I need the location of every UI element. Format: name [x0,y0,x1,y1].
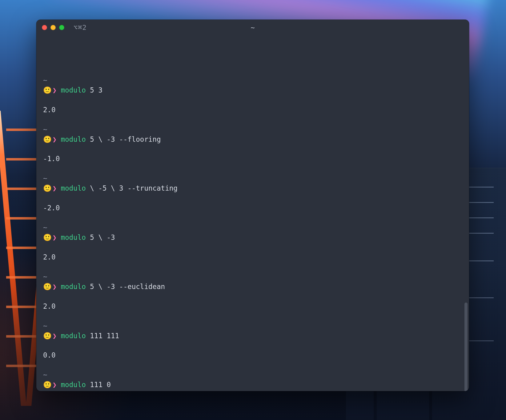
command-args: 5 \ -3 --euclidean [86,283,165,291]
command-args: 5 \ -3 --flooring [86,135,161,143]
output-line: 2.0 [43,106,56,114]
output-line: -1.0 [43,155,60,163]
command-name: modulo [61,86,86,94]
command-name: modulo [61,233,86,241]
output-line: 0.0 [43,351,56,359]
command-block: ~ 🙂❯ modulo 5 3 2.0 [43,76,462,115]
output-line: 2.0 [43,253,56,261]
window-title: ~ [36,24,469,31]
output-line: 2.0 [43,302,56,310]
command-block: ~ 🙂❯ modulo 111 0 Error: Unable to divid… [43,370,462,391]
window-controls [42,25,64,30]
command-args: \ -5 \ 3 --truncating [86,184,178,192]
prompt-chevron-icon: ❯ [52,381,57,389]
scrollbar-thumb[interactable] [464,303,468,391]
prompt-chevron-icon: ❯ [52,135,57,143]
command-name: modulo [61,283,86,291]
close-icon[interactable] [42,25,47,30]
command-block: ~ 🙂❯ modulo 5 \ -3 --euclidean 2.0 [43,272,462,311]
cwd-indicator: ~ [43,174,47,182]
command-name: modulo [61,332,86,340]
prompt-line: 🙂❯ modulo 111 0 [43,380,462,390]
status-face-icon: 🙂 [43,135,52,145]
prompt-chevron-icon: ❯ [52,86,57,94]
prompt-line: 🙂❯ modulo 5 \ -3 [43,233,462,243]
command-args: 5 \ -3 [86,233,115,241]
command-args: 111 0 [86,381,111,389]
prompt-line: 🙂❯ modulo 5 \ -3 --flooring [43,135,462,145]
prompt-chevron-icon: ❯ [52,283,57,291]
status-face-icon: 🙂 [43,331,52,341]
command-block: ~ 🙂❯ modulo \ -5 \ 3 --truncating -2.0 [43,174,462,213]
minimize-icon[interactable] [50,25,56,30]
command-block: ~ 🙂❯ modulo 5 \ -3 --flooring -1.0 [43,125,462,164]
prompt-chevron-icon: ❯ [52,184,57,192]
cwd-indicator: ~ [43,76,47,84]
terminal-window: ⌥⌘2 ~ ~ 🙂❯ modulo 5 3 2.0~ 🙂❯ modulo 5 \… [36,20,469,391]
output-line: -2.0 [43,204,60,212]
prompt-line: 🙂❯ modulo 5 \ -3 --euclidean [43,282,462,292]
cwd-indicator: ~ [43,371,47,379]
command-name: modulo [61,184,86,192]
prompt-chevron-icon: ❯ [52,332,57,340]
status-face-icon: 🙂 [43,233,52,243]
prompt-line: 🙂❯ modulo 111 111 [43,331,462,341]
status-face-icon: 🙂 [43,282,52,292]
status-face-icon: 🙂 [43,380,52,390]
terminal-viewport[interactable]: ~ 🙂❯ modulo 5 3 2.0~ 🙂❯ modulo 5 \ -3 --… [36,35,469,391]
command-name: modulo [61,381,86,389]
prompt-line: 🙂❯ modulo \ -5 \ 3 --truncating [43,184,462,193]
cwd-indicator: ~ [43,322,47,330]
prompt-line: 🙂❯ modulo 5 3 [43,85,462,95]
command-name: modulo [61,135,86,143]
tab-shortcut-label: ⌥⌘2 [74,24,87,31]
command-args: 111 111 [86,332,119,340]
titlebar[interactable]: ⌥⌘2 ~ [36,20,469,35]
cwd-indicator: ~ [43,273,47,281]
cwd-indicator: ~ [43,224,47,232]
command-block: ~ 🙂❯ modulo 5 \ -3 2.0 [43,223,462,262]
cwd-indicator: ~ [43,125,47,133]
zoom-icon[interactable] [59,25,64,30]
command-args: 5 3 [86,86,102,94]
prompt-chevron-icon: ❯ [52,233,57,241]
status-face-icon: 🙂 [43,85,52,95]
status-face-icon: 🙂 [43,184,52,193]
command-block: ~ 🙂❯ modulo 111 111 0.0 [43,321,462,361]
